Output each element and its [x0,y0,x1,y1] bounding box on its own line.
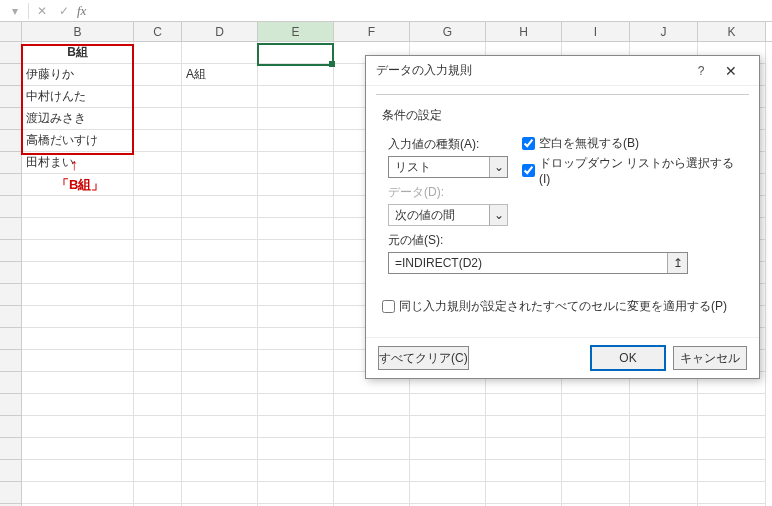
row-header[interactable] [0,394,22,416]
cell[interactable] [134,86,182,108]
column-header[interactable]: G [410,22,486,41]
cell[interactable] [258,416,334,438]
cell[interactable] [258,130,334,152]
cell[interactable] [134,262,182,284]
cell[interactable] [258,86,334,108]
fx-icon[interactable]: fx [77,3,86,19]
column-header[interactable]: C [134,22,182,41]
row-header[interactable] [0,460,22,482]
cell[interactable] [258,372,334,394]
cell[interactable] [182,350,258,372]
cell[interactable] [182,460,258,482]
row-header[interactable] [0,64,22,86]
column-header[interactable]: I [562,22,630,41]
column-header[interactable]: D [182,22,258,41]
cell[interactable] [630,394,698,416]
row-header[interactable] [0,174,22,196]
cell[interactable] [134,196,182,218]
cell[interactable]: B組 [22,42,134,64]
cell[interactable] [334,394,410,416]
cell[interactable] [334,416,410,438]
cell[interactable] [22,306,134,328]
cell[interactable] [182,262,258,284]
cell[interactable] [410,460,486,482]
source-input[interactable] [389,253,667,273]
row-header[interactable] [0,482,22,504]
cell[interactable] [630,482,698,504]
cell[interactable] [486,460,562,482]
cell[interactable] [182,328,258,350]
cell[interactable]: 田村まい [22,152,134,174]
cell[interactable] [134,460,182,482]
cell[interactable] [698,460,766,482]
cell[interactable] [22,284,134,306]
cell[interactable] [258,460,334,482]
cell[interactable] [182,86,258,108]
cell[interactable] [134,42,182,64]
cell[interactable] [134,218,182,240]
cell[interactable] [134,372,182,394]
cell[interactable] [22,416,134,438]
cell[interactable] [182,174,258,196]
cell[interactable] [334,438,410,460]
cell[interactable] [182,306,258,328]
dropdown-icon[interactable]: ▾ [6,2,24,20]
row-header[interactable] [0,86,22,108]
cell[interactable] [182,372,258,394]
cell[interactable] [562,394,630,416]
column-header[interactable]: E [258,22,334,41]
allow-combo[interactable]: リスト ⌄ [388,156,508,178]
cell[interactable] [258,174,334,196]
cell[interactable] [22,196,134,218]
cell[interactable] [258,64,334,86]
cell[interactable] [134,152,182,174]
cell[interactable] [134,416,182,438]
column-header[interactable]: K [698,22,766,41]
help-icon[interactable]: ? [689,64,713,78]
cell[interactable] [258,152,334,174]
cell[interactable] [486,482,562,504]
range-picker-icon[interactable]: ↥ [667,253,687,273]
row-header[interactable] [0,284,22,306]
cell[interactable] [182,438,258,460]
cell[interactable] [258,328,334,350]
cell[interactable] [182,416,258,438]
cell[interactable] [182,152,258,174]
cell[interactable] [258,108,334,130]
cell[interactable] [134,174,182,196]
cell[interactable] [258,394,334,416]
row-header[interactable] [0,130,22,152]
cell[interactable] [182,394,258,416]
cell[interactable] [698,394,766,416]
row-header[interactable] [0,372,22,394]
cell[interactable] [134,350,182,372]
row-header[interactable] [0,240,22,262]
cell[interactable] [22,350,134,372]
confirm-icon[interactable]: ✓ [55,2,73,20]
cell[interactable] [22,460,134,482]
cell[interactable] [258,218,334,240]
cell[interactable] [258,482,334,504]
cell[interactable]: 渡辺みさき [22,108,134,130]
cell[interactable] [134,306,182,328]
cell[interactable] [698,416,766,438]
cell[interactable] [182,284,258,306]
cell[interactable] [334,460,410,482]
cell[interactable]: 中村けんた [22,86,134,108]
cell[interactable] [182,482,258,504]
cell[interactable] [134,438,182,460]
cell[interactable] [134,328,182,350]
cell[interactable] [134,240,182,262]
cell[interactable] [630,438,698,460]
cell[interactable] [182,108,258,130]
row-header[interactable] [0,306,22,328]
cell[interactable] [22,482,134,504]
cell[interactable] [486,394,562,416]
cell[interactable] [258,438,334,460]
row-header[interactable] [0,328,22,350]
cell[interactable] [630,416,698,438]
cell[interactable] [22,218,134,240]
cell[interactable] [134,130,182,152]
cell[interactable] [22,240,134,262]
cell[interactable] [258,42,334,64]
